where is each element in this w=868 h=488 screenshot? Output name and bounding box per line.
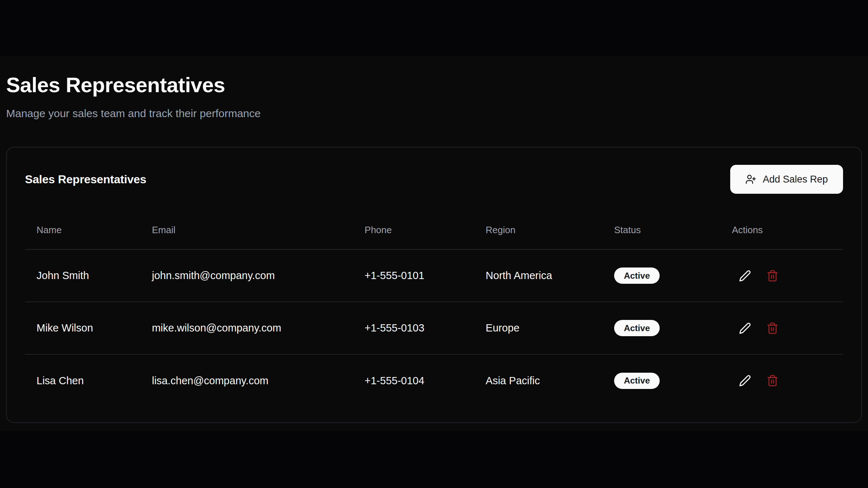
user-plus-icon [745, 174, 756, 185]
rep-name: John Smith [25, 249, 140, 302]
delete-button[interactable] [762, 266, 783, 286]
table-row: Lisa Chen lisa.chen@company.com +1-555-0… [25, 354, 843, 407]
column-header-status: Status [603, 211, 720, 249]
add-sales-rep-button[interactable]: Add Sales Rep [730, 165, 843, 194]
rep-phone: +1-555-0103 [353, 302, 474, 354]
page-title: Sales Representatives [6, 72, 225, 98]
rep-region: North America [474, 249, 603, 302]
table-header-row: Name Email Phone Region Status Actions [25, 211, 843, 249]
sales-reps-table-wrap: Name Email Phone Region Status Actions J… [25, 211, 843, 407]
edit-button[interactable] [735, 318, 755, 338]
pencil-icon [739, 270, 751, 282]
sales-reps-table: Name Email Phone Region Status Actions J… [25, 211, 843, 407]
table-row: John Smith john.smith@company.com +1-555… [25, 249, 843, 302]
rep-email: mike.wilson@company.com [140, 302, 353, 354]
trash-icon [766, 322, 779, 334]
sales-reps-card: Sales Representatives Add Sales Rep [6, 147, 862, 423]
add-sales-rep-button-label: Add Sales Rep [763, 174, 828, 185]
column-header-actions: Actions [720, 211, 843, 249]
delete-button[interactable] [762, 371, 783, 391]
column-header-region: Region [474, 211, 603, 249]
rep-name: Mike Wilson [25, 302, 140, 354]
rep-region: Asia Pacific [474, 354, 603, 407]
edit-button[interactable] [735, 371, 755, 391]
edit-button[interactable] [735, 266, 755, 286]
rep-email: john.smith@company.com [140, 249, 353, 302]
page-subtitle: Manage your sales team and track their p… [6, 107, 261, 120]
trash-icon [766, 270, 779, 282]
column-header-email: Email [140, 211, 353, 249]
trash-icon [766, 374, 779, 387]
pencil-icon [739, 374, 751, 387]
rep-phone: +1-555-0104 [353, 354, 474, 407]
rep-phone: +1-555-0101 [353, 249, 474, 302]
status-badge: Active [614, 320, 660, 336]
column-header-phone: Phone [353, 211, 474, 249]
delete-button[interactable] [762, 318, 783, 338]
rep-region: Europe [474, 302, 603, 354]
column-header-name: Name [25, 211, 140, 249]
card-header: Sales Representatives Add Sales Rep [7, 147, 861, 194]
status-badge: Active [614, 267, 660, 284]
pencil-icon [739, 322, 751, 334]
rep-email: lisa.chen@company.com [140, 354, 353, 407]
status-badge: Active [614, 373, 660, 389]
card-title: Sales Representatives [25, 173, 146, 186]
rep-name: Lisa Chen [25, 354, 140, 407]
table-row: Mike Wilson mike.wilson@company.com +1-5… [25, 302, 843, 354]
